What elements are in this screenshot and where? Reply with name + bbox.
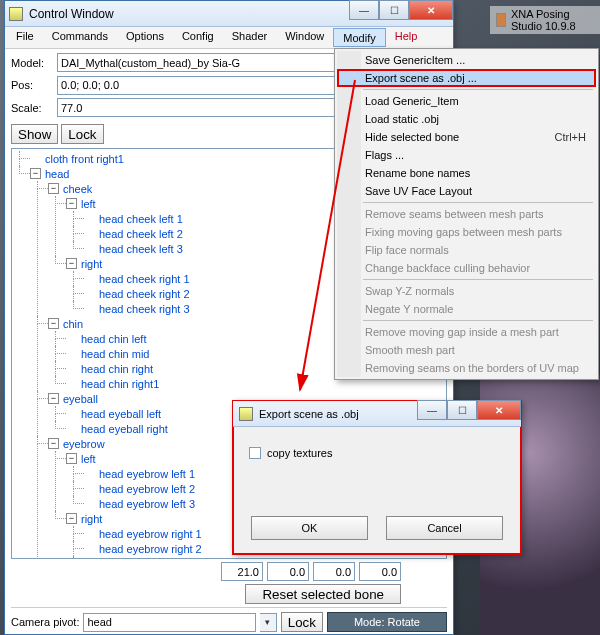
camera-pivot-input[interactable] [83, 613, 255, 632]
menu-config[interactable]: Config [173, 27, 223, 48]
menuitem-load-static[interactable]: Load static .obj [337, 110, 596, 128]
menuitem-save-uv[interactable]: Save UV Face Layout [337, 182, 596, 200]
window-buttons [349, 0, 453, 20]
tree-item[interactable]: head eyebrow right 2 [99, 543, 202, 555]
menuitem-negate-y: Negate Y normale [337, 300, 596, 318]
pivot-lock-button[interactable]: Lock [281, 612, 323, 632]
dialog-window-buttons [417, 400, 521, 420]
cancel-button[interactable]: Cancel [386, 516, 503, 540]
menuitem-load-generic[interactable]: Load Generic_Item [337, 92, 596, 110]
tree-head[interactable]: head [45, 168, 69, 180]
menuitem-smooth: Smooth mesh part [337, 341, 596, 359]
control-titlebar[interactable]: Control Window [5, 1, 453, 27]
pos-input[interactable] [57, 76, 377, 95]
ok-button[interactable]: OK [251, 516, 368, 540]
expand-icon[interactable]: − [66, 453, 77, 464]
maximize-button[interactable] [379, 0, 409, 20]
val-1[interactable] [267, 562, 309, 581]
tree-item[interactable]: head chin right1 [81, 378, 159, 390]
tree-item[interactable]: head cheek left 3 [99, 243, 183, 255]
scale-label: Scale: [11, 102, 53, 114]
dialog-maximize-button[interactable] [447, 400, 477, 420]
tree-item[interactable]: head chin left [81, 333, 146, 345]
lock-button[interactable]: Lock [61, 124, 103, 144]
copy-textures-row: copy textures [249, 447, 505, 459]
expand-icon[interactable]: − [48, 183, 59, 194]
menubar: File Commands Options Config Shader Wind… [5, 27, 453, 49]
tree-cheek[interactable]: cheek [63, 183, 92, 195]
tree-item[interactable]: head eyebrow right 1 [99, 528, 202, 540]
dialog-close-button[interactable] [477, 400, 521, 420]
modify-menu: Save GenericItem ... Export scene as .ob… [334, 48, 599, 380]
menuitem-save-generic[interactable]: Save GenericItem ... [337, 51, 596, 69]
tree-left[interactable]: left [81, 198, 96, 210]
tree-eyebrow[interactable]: eyebrow [63, 438, 105, 450]
expand-icon[interactable]: − [48, 438, 59, 449]
tree-item[interactable]: head eyebrow left 2 [99, 483, 195, 495]
expand-icon[interactable]: − [66, 198, 77, 209]
tree-item[interactable]: head eyeball left [81, 408, 161, 420]
footer: Reset selected bone Camera pivot: Lock M… [5, 559, 453, 634]
expand-icon[interactable]: − [48, 393, 59, 404]
copy-textures-checkbox[interactable] [249, 447, 261, 459]
expand-icon[interactable]: − [66, 258, 77, 269]
close-button[interactable] [409, 0, 453, 20]
menu-options[interactable]: Options [117, 27, 173, 48]
tree-item[interactable]: head cheek right 3 [99, 303, 190, 315]
minimize-button[interactable] [349, 0, 379, 20]
dialog-titlebar[interactable]: Export scene as .obj [233, 401, 521, 427]
pivot-dropdown-icon[interactable] [260, 613, 277, 632]
val-0[interactable] [221, 562, 263, 581]
menuitem-hide-bone[interactable]: Hide selected boneCtrl+H [337, 128, 596, 146]
export-dialog: Export scene as .obj copy textures OK Ca… [232, 400, 522, 555]
tree-right[interactable]: right [81, 258, 102, 270]
transform-values [11, 562, 447, 581]
menuitem-remove-seams: Remove seams between mesh parts [337, 205, 596, 223]
tree-left[interactable]: left [81, 453, 96, 465]
menuitem-remove-gap: Remove moving gap inside a mesh part [337, 323, 596, 341]
mode-button[interactable]: Mode: Rotate [327, 612, 447, 632]
reset-bone-button[interactable]: Reset selected bone [245, 584, 401, 604]
expand-icon[interactable]: − [48, 318, 59, 329]
tree-item[interactable]: head eyeball right [81, 423, 168, 435]
tree-item[interactable]: head eyebrow left 1 [99, 468, 195, 480]
show-button[interactable]: Show [11, 124, 58, 144]
menuitem-remove-seams-uv: Removing seams on the borders of UV map [337, 359, 596, 377]
xna-titlebar: XNA Posing Studio 10.9.8 [490, 6, 600, 34]
val-2[interactable] [313, 562, 355, 581]
window-icon [9, 7, 23, 21]
menu-window[interactable]: Window [276, 27, 333, 48]
dialog-icon [239, 407, 253, 421]
tree-item[interactable]: cloth front right1 [45, 153, 124, 165]
tree-item[interactable]: head chin mid [81, 348, 150, 360]
tree-item[interactable]: head eyebrow right 3 [99, 558, 202, 560]
tree-chin[interactable]: chin [63, 318, 83, 330]
expand-icon[interactable]: − [30, 168, 41, 179]
val-3[interactable] [359, 562, 401, 581]
menuitem-label: Hide selected bone [365, 131, 459, 143]
xna-title-text: XNA Posing Studio 10.9.8 [511, 8, 594, 32]
tree-right[interactable]: right [81, 513, 102, 525]
menu-commands[interactable]: Commands [43, 27, 117, 48]
tree-item[interactable]: head chin right [81, 363, 153, 375]
dialog-minimize-button[interactable] [417, 400, 447, 420]
tree-eyeball[interactable]: eyeball [63, 393, 98, 405]
menuitem-fix-gaps: Fixing moving gaps between mesh parts [337, 223, 596, 241]
menuitem-flip-normals: Flip face normals [337, 241, 596, 259]
menu-modify[interactable]: Modify [333, 28, 385, 47]
tree-item[interactable]: head eyebrow left 3 [99, 498, 195, 510]
menuitem-export-obj[interactable]: Export scene as .obj ... [337, 69, 596, 87]
tree-item[interactable]: head cheek left 2 [99, 228, 183, 240]
menuitem-rename[interactable]: Rename bone names [337, 164, 596, 182]
tree-item[interactable]: head cheek left 1 [99, 213, 183, 225]
tree-item[interactable]: head cheek right 1 [99, 273, 190, 285]
tree-item[interactable]: head cheek right 2 [99, 288, 190, 300]
model-label: Model: [11, 57, 53, 69]
expand-icon[interactable]: − [66, 513, 77, 524]
window-title: Control Window [29, 7, 114, 21]
menuitem-flags[interactable]: Flags ... [337, 146, 596, 164]
menu-shader[interactable]: Shader [223, 27, 276, 48]
copy-textures-label: copy textures [267, 447, 332, 459]
menu-file[interactable]: File [7, 27, 43, 48]
menu-help[interactable]: Help [386, 27, 427, 48]
